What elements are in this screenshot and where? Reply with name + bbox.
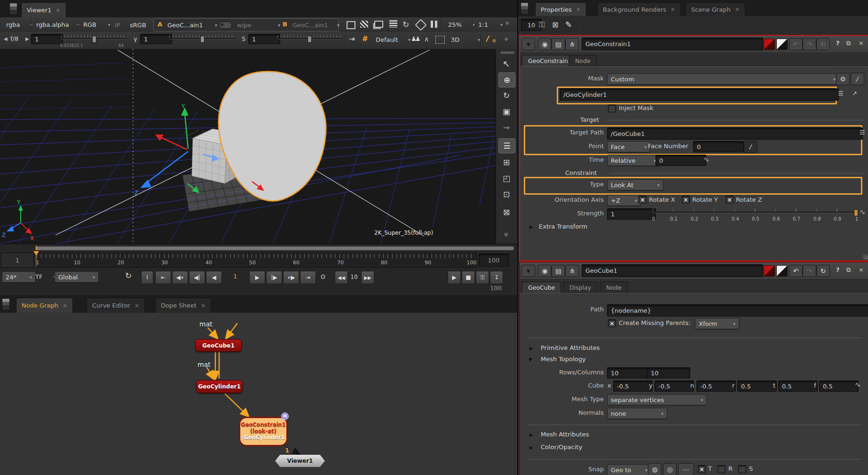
gl-color-swatch[interactable] (776, 39, 788, 50)
mesh-type-dropdown[interactable]: separate vertices▾ (607, 394, 707, 405)
b-input-dropdown[interactable]: GeoC...ain1▾ (289, 20, 343, 30)
snap-s-checkbox[interactable]: × (738, 465, 746, 473)
next-stop-icon[interactable]: ▶ (25, 36, 29, 41)
gain-slider[interactable] (61, 35, 127, 42)
chevron-double-icon[interactable]: » (503, 21, 512, 25)
a-input-dropdown[interactable]: GeoC...ain1▾ (164, 20, 221, 30)
close-icon[interactable]: × (55, 7, 60, 14)
snap-verify-button[interactable]: ◎ (663, 463, 677, 475)
extra-transform-label[interactable]: Extra Transform (539, 223, 587, 230)
node-name-input[interactable]: GeoCube1 (582, 264, 763, 277)
close-icon[interactable]: × (671, 6, 675, 13)
frame-grid-tool-icon[interactable]: ⊡ (498, 187, 514, 201)
xform-dropdown[interactable]: Xform▾ (695, 318, 739, 329)
node-color-swatch[interactable] (764, 265, 775, 277)
tab-node[interactable]: Node (569, 55, 597, 66)
cube-t-input[interactable]: 0.5 (778, 380, 818, 392)
collapse-panel-button[interactable]: ▼ (521, 265, 535, 277)
frame-range-dropdown[interactable]: Global▾ (55, 271, 99, 283)
tab-viewer1[interactable]: Viewer1 × (21, 2, 66, 17)
strength-slider[interactable] (653, 209, 858, 215)
input-process-icon[interactable]: ⇥ (349, 35, 355, 43)
color-opacity-label[interactable]: Color/Opacity (541, 443, 582, 451)
snap-geo-button[interactable]: ◍ (648, 463, 662, 475)
viewer-process-dropdown[interactable]: Default▾ (372, 34, 414, 45)
select-tool-icon[interactable]: ↖ (498, 56, 514, 71)
monitor-output-button[interactable]: ▤ (552, 265, 565, 277)
tab-display[interactable]: Display (563, 282, 597, 293)
create-missing-parents-checkbox[interactable]: × (608, 319, 616, 327)
step-back-button[interactable]: ◀| (189, 271, 205, 284)
overlay-icon[interactable] (374, 21, 383, 28)
help-icon[interactable]: ? (836, 40, 840, 47)
close-icon[interactable]: × (201, 302, 205, 309)
output-range-button[interactable]: O (318, 271, 328, 283)
wrench-settings-button[interactable]: ⋔ (565, 265, 579, 277)
pause-icon[interactable] (431, 21, 433, 28)
curve-profile-icon[interactable]: ∧ (424, 35, 429, 43)
fps-dropdown[interactable]: 24*▾ (2, 271, 36, 283)
resize-grip[interactable] (863, 254, 868, 259)
guides-icon[interactable]: # (362, 35, 368, 43)
timeline-scrollbar[interactable] (35, 246, 514, 250)
cube-n-input[interactable]: -0.5 (696, 380, 736, 392)
normals-dropdown[interactable]: none▾ (607, 408, 667, 419)
goto-start-button[interactable]: ⇤ (155, 271, 171, 284)
scale-tool-icon[interactable]: ▣ (498, 104, 514, 119)
jump-back-button[interactable]: ◀◀ (335, 271, 348, 284)
tab-dope-sheet[interactable]: Dope Sheet × (155, 298, 211, 313)
view-mode-dropdown[interactable]: 3D▾ (448, 34, 483, 45)
lock-panels-icon[interactable]: ⚿ (539, 20, 545, 29)
gamma-slider[interactable] (169, 35, 235, 42)
pick-in-viewer-icon[interactable]: ↗ (852, 90, 857, 97)
columns-input[interactable]: 10 (647, 367, 690, 379)
scene-graph-browse-icon[interactable]: ☰ (860, 129, 865, 136)
orientation-axis-dropdown[interactable]: +Z▾ (607, 195, 641, 206)
close-panel-icon[interactable]: × (859, 266, 864, 273)
prev-stop-icon[interactable]: ◀ (4, 36, 8, 41)
animation-curve-icon[interactable]: ∿ (855, 380, 861, 389)
gamma-input[interactable]: 1 (140, 34, 172, 44)
scene-graph-browse-icon[interactable]: ☰ (838, 90, 844, 97)
tab-scene-graph[interactable]: Scene Graph × (686, 2, 745, 16)
tab-geocube[interactable]: GeoCube (522, 282, 561, 293)
next-keyframe-button[interactable]: ∙▶ (283, 271, 299, 284)
mask-dropdown[interactable]: Custom▾ (607, 73, 839, 85)
node-viewer1[interactable]: Viewer1 (275, 455, 325, 467)
nodegraph-canvas[interactable]: mat GeoCube1 mat GeoCylinder1 GeoConstra… (0, 313, 517, 475)
float-window-icon[interactable]: ⧉ (846, 266, 851, 274)
close-icon[interactable]: × (134, 302, 139, 309)
marquee-grid-tool-icon[interactable]: ⊞ (498, 155, 514, 169)
in-frame-box[interactable]: 1 (1, 253, 34, 268)
float-window-icon[interactable]: ⧉ (846, 40, 851, 47)
playhead[interactable]: 1 (33, 245, 39, 267)
expand-icon[interactable]: ▶ (529, 346, 533, 351)
node-geocylinder1[interactable]: GeoCylinder1 (196, 380, 243, 393)
node-color-swatch[interactable] (764, 39, 775, 50)
node-geoconstrain1[interactable]: GeoConstrain1 (look-at) /GeoCylinder1 (239, 417, 288, 446)
expand-icon[interactable]: ▶ (529, 445, 533, 450)
b-buffer-label[interactable]: B (283, 21, 287, 28)
play-backward-button[interactable]: ◀ (206, 271, 222, 284)
loop-mode-icon[interactable]: ↻ (125, 271, 132, 280)
face-number-input[interactable]: 0 (693, 141, 744, 152)
time-mode-dropdown[interactable]: Relative▾ (607, 155, 660, 166)
tab-properties[interactable]: Properties × (535, 2, 586, 16)
frame-ruler[interactable]: 1 10 20 30 40 50 60 70 80 90 100 (35, 253, 477, 268)
undo-button[interactable]: ↶ (789, 38, 803, 50)
skew-tool-icon[interactable]: ⇝ (498, 120, 514, 135)
panel-grip[interactable] (9, 3, 17, 15)
roi-marquee-icon[interactable] (435, 36, 445, 44)
close-icon[interactable]: × (735, 6, 740, 13)
layer-dropdown[interactable]: rgba.alpha▾ (33, 19, 83, 30)
snap-more-button[interactable]: ⋯ (678, 463, 694, 475)
expand-icon[interactable]: ▶ (529, 432, 533, 437)
play-button[interactable]: ▶ (249, 271, 265, 284)
collapse-icon[interactable]: ▼ (529, 357, 532, 362)
close-icon[interactable]: × (576, 6, 581, 13)
snap-t-checkbox[interactable]: × (698, 465, 706, 473)
expand-icon[interactable]: ▶ (529, 224, 533, 230)
scanlines-icon[interactable] (389, 20, 397, 28)
rotate-tool-icon[interactable]: ↻ (498, 88, 514, 103)
cube-f-input[interactable]: 0.5 (819, 380, 859, 392)
